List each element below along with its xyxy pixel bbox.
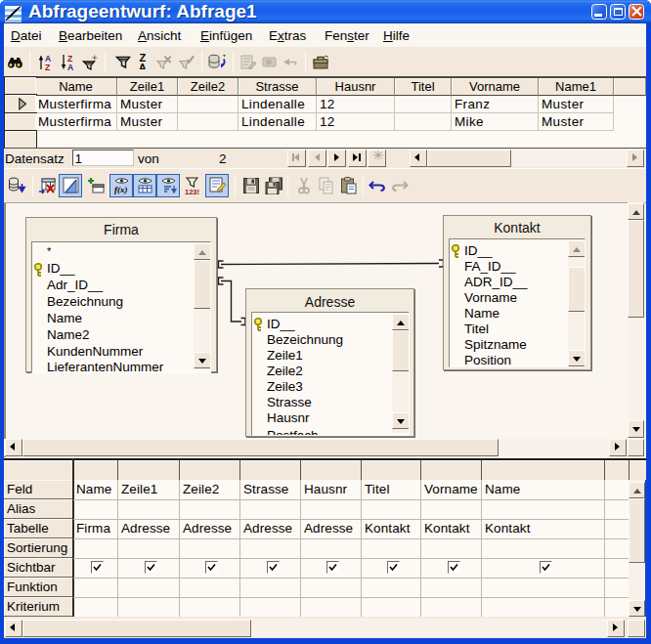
svg-text:123!: 123! [185, 188, 199, 195]
svg-text:A: A [67, 63, 73, 71]
svg-text:A: A [139, 62, 147, 70]
svg-text:Z: Z [45, 63, 50, 71]
svg-text:f(x): f(x) [114, 185, 128, 194]
